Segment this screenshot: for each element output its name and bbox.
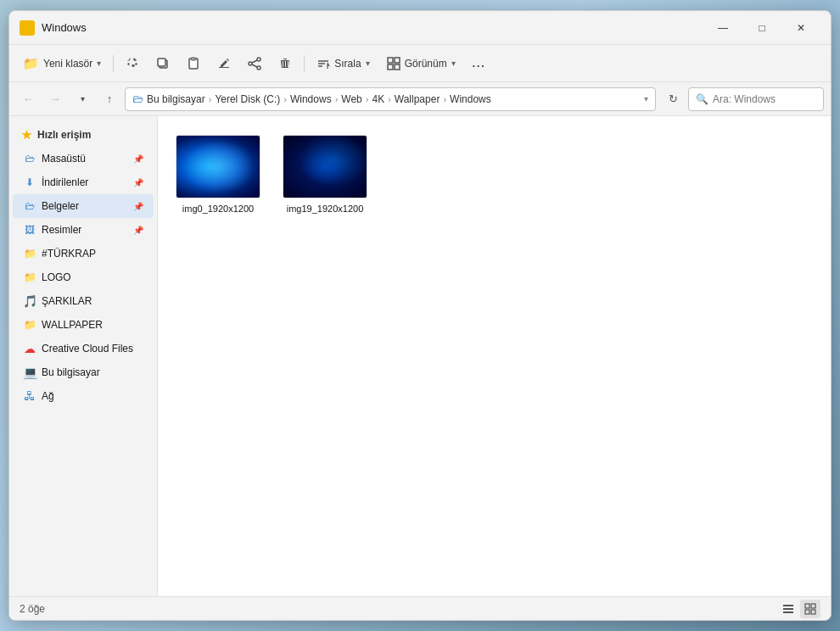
sidebar-item-this-pc[interactable]: 💻 Bu bilgisayar: [13, 360, 154, 384]
breadcrumb-windows[interactable]: Windows: [290, 93, 332, 105]
svg-point-5: [249, 62, 252, 65]
turkrap-icon: 📁: [23, 247, 36, 260]
address-dropdown-icon: ▾: [644, 94, 648, 103]
file-item-img19[interactable]: img19_1920x1200: [278, 130, 372, 219]
pin-icon-documents: 📌: [133, 202, 143, 211]
sidebar-item-turkrap[interactable]: 📁 #TÜRKRAP: [13, 242, 154, 265]
share-button[interactable]: [241, 49, 268, 78]
breadcrumb-pc[interactable]: Bu bilgisayar: [147, 93, 205, 105]
sidebar-item-logo[interactable]: 📁 LOGO: [13, 265, 154, 289]
sarkilar-icon: 🎵: [23, 294, 36, 308]
quick-access-header: ★ Hızlı erişim: [13, 123, 154, 147]
view-label: Görünüm: [405, 58, 447, 70]
sidebar-item-pictures[interactable]: 🖼 Resimler 📌: [13, 218, 154, 242]
svg-rect-11: [388, 64, 393, 70]
toolbar: 📁 Yeni klasör ▾ Sırala ▾: [9, 45, 831, 82]
svg-rect-16: [805, 604, 809, 608]
sidebar-item-creative-cloud[interactable]: ☁ Creative Cloud Files: [13, 337, 154, 360]
sidebar-documents-label: Belgeler: [42, 200, 79, 212]
close-button[interactable]: ✕: [781, 14, 820, 42]
svg-line-7: [252, 60, 257, 63]
svg-rect-17: [811, 604, 815, 608]
sidebar-item-desktop[interactable]: 🗁 Masaüstü 📌: [13, 147, 154, 170]
breadcrumb-wallpaper[interactable]: Wallpaper: [395, 93, 440, 105]
new-folder-button[interactable]: 📁 Yeni klasör ▾: [16, 49, 108, 78]
sidebar-item-documents[interactable]: 🗁 Belgeler 📌: [13, 194, 154, 218]
breadcrumb-web[interactable]: Web: [341, 93, 361, 105]
sidebar-cc-label: Creative Cloud Files: [42, 343, 133, 355]
address-input[interactable]: 🗁 Bu bilgisayar › Yerel Disk (C:) › Wind…: [125, 87, 656, 111]
divider-2: [304, 55, 305, 72]
address-bar: ← → ▾ ↑ 🗁 Bu bilgisayar › Yerel Disk (C:…: [9, 82, 831, 116]
sidebar-item-downloads[interactable]: ⬇ İndirilenler 📌: [13, 170, 154, 194]
svg-line-8: [252, 64, 257, 67]
downloads-icon: ⬇: [23, 176, 36, 189]
cc-icon: ☁: [23, 342, 36, 355]
forward-button[interactable]: →: [43, 87, 67, 111]
up-button[interactable]: ↑: [98, 87, 121, 111]
view-icon: [387, 57, 400, 70]
paste-icon: [187, 57, 200, 70]
sort-button[interactable]: Sırala ▾: [310, 49, 376, 78]
copy-button[interactable]: [149, 49, 176, 78]
wallpaper-folder-icon: 📁: [23, 318, 36, 332]
sidebar-wallpaper-label: WALLPAPER: [42, 319, 103, 331]
rename-button[interactable]: [210, 49, 238, 78]
new-folder-chevron: ▾: [97, 59, 101, 68]
more-button[interactable]: ...: [466, 49, 493, 78]
delete-button[interactable]: [272, 49, 299, 78]
svg-rect-15: [783, 611, 793, 613]
sidebar: ★ Hızlı erişim 🗁 Masaüstü 📌 ⬇ İndirilenl…: [9, 116, 158, 596]
minimize-button[interactable]: —: [703, 14, 742, 42]
file-item-img0[interactable]: img0_1920x1200: [171, 130, 265, 219]
list-view-icon: [781, 602, 795, 616]
file-name-img0: img0_1920x1200: [182, 204, 254, 214]
sidebar-pictures-label: Resimler: [42, 224, 81, 236]
folder-icon: 🗁: [132, 92, 143, 105]
pin-icon-desktop: 📌: [133, 154, 143, 164]
breadcrumb: Bu bilgisayar › Yerel Disk (C:) › Window…: [147, 93, 644, 105]
svg-rect-9: [388, 58, 393, 63]
delete-icon: [278, 57, 292, 70]
sidebar-sarkilar-label: ŞARKILAR: [42, 295, 92, 307]
sidebar-item-wallpaper[interactable]: 📁 WALLPAPER: [13, 313, 154, 337]
new-folder-label: Yeni klasör: [43, 58, 92, 70]
recent-locations-button[interactable]: ▾: [70, 87, 94, 111]
svg-point-6: [257, 66, 260, 70]
sidebar-item-sarkilar[interactable]: 🎵 ŞARKILAR: [13, 289, 154, 313]
thumbnail-img19: [283, 135, 367, 198]
grid-view-button[interactable]: [800, 600, 820, 618]
maximize-button[interactable]: □: [742, 14, 781, 42]
view-button[interactable]: Görünüm ▾: [380, 49, 462, 78]
file-grid: img0_1920x1200 img19_1920x1200: [171, 130, 817, 219]
refresh-button[interactable]: ↻: [661, 87, 685, 111]
cut-button[interactable]: [119, 49, 146, 78]
logo-icon: 📁: [23, 271, 36, 284]
search-box[interactable]: 🔍: [688, 87, 824, 111]
search-input[interactable]: [713, 93, 816, 105]
breadcrumb-windows2[interactable]: Windows: [450, 93, 491, 105]
breadcrumb-c[interactable]: Yerel Disk (C:): [215, 93, 280, 105]
pc-icon: 💻: [23, 366, 36, 379]
quick-access-label: Hızlı erişim: [37, 129, 91, 141]
sidebar-turkrap-label: #TÜRKRAP: [42, 248, 96, 260]
pin-icon-downloads: 📌: [133, 178, 143, 187]
view-toggle-buttons: [778, 600, 820, 618]
back-button[interactable]: ←: [16, 87, 40, 111]
copy-icon: [156, 57, 170, 70]
thumb-img0-visual: [176, 136, 260, 198]
cut-icon: [126, 57, 139, 70]
share-icon: [248, 57, 261, 70]
network-icon: 🖧: [23, 389, 36, 403]
svg-rect-3: [191, 58, 196, 60]
sidebar-network-label: Ağ: [42, 390, 54, 402]
list-view-button[interactable]: [778, 600, 798, 618]
search-icon: 🔍: [696, 93, 708, 105]
file-name-img19: img19_1920x1200: [287, 204, 364, 214]
breadcrumb-4k[interactable]: 4K: [372, 93, 384, 105]
divider-1: [113, 55, 114, 72]
sort-icon: [316, 57, 330, 70]
rename-icon: [217, 57, 231, 70]
sidebar-item-network[interactable]: 🖧 Ağ: [13, 384, 154, 408]
paste-button[interactable]: [180, 49, 207, 78]
